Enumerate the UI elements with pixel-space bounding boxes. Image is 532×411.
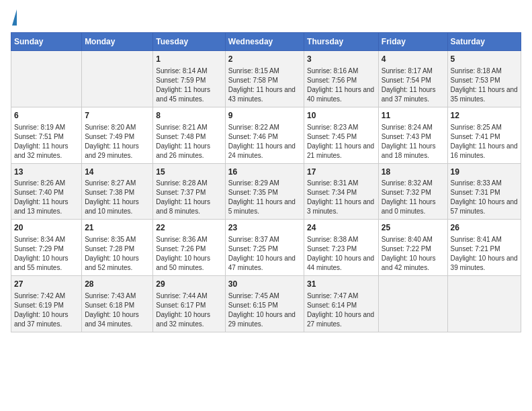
day-info: Sunrise: 8:14 AM Sunset: 7:59 PM Dayligh… [156, 66, 222, 104]
calendar-cell: 28Sunrise: 7:43 AM Sunset: 6:18 PM Dayli… [82, 276, 153, 332]
day-info: Sunrise: 8:22 AM Sunset: 7:46 PM Dayligh… [228, 123, 301, 161]
day-number: 31 [307, 279, 375, 290]
header-cell-saturday: Saturday [447, 33, 521, 51]
header-cell-monday: Monday [82, 33, 153, 51]
header-cell-tuesday: Tuesday [153, 33, 225, 51]
calendar-cell [447, 276, 521, 332]
calendar-week-row: 13Sunrise: 8:26 AM Sunset: 7:40 PM Dayli… [11, 163, 521, 220]
calendar-cell: 6Sunrise: 8:19 AM Sunset: 7:51 PM Daylig… [11, 107, 82, 163]
day-number: 24 [307, 222, 375, 234]
day-info: Sunrise: 8:21 AM Sunset: 7:48 PM Dayligh… [156, 123, 222, 161]
calendar-cell: 23Sunrise: 8:37 AM Sunset: 7:25 PM Dayli… [225, 220, 304, 276]
day-info: Sunrise: 8:24 AM Sunset: 7:43 PM Dayligh… [382, 123, 445, 161]
day-number: 20 [14, 222, 79, 234]
day-info: Sunrise: 8:38 AM Sunset: 7:23 PM Dayligh… [307, 235, 375, 273]
day-number: 2 [228, 54, 301, 65]
day-number: 17 [307, 167, 375, 178]
day-number: 23 [228, 222, 301, 234]
day-number: 8 [156, 110, 222, 122]
day-number: 18 [382, 167, 445, 178]
day-info: Sunrise: 8:15 AM Sunset: 7:58 PM Dayligh… [228, 66, 301, 104]
day-info: Sunrise: 8:35 AM Sunset: 7:28 PM Dayligh… [85, 235, 150, 273]
day-info: Sunrise: 8:27 AM Sunset: 7:38 PM Dayligh… [85, 179, 150, 216]
day-info: Sunrise: 8:32 AM Sunset: 7:32 PM Dayligh… [382, 179, 445, 216]
day-info: Sunrise: 8:29 AM Sunset: 7:35 PM Dayligh… [228, 179, 301, 216]
day-number: 1 [156, 54, 222, 65]
day-number: 21 [85, 222, 150, 234]
logo [11, 11, 17, 26]
calendar-cell: 15Sunrise: 8:28 AM Sunset: 7:37 PM Dayli… [153, 163, 225, 220]
day-number: 19 [451, 167, 518, 178]
calendar-week-row: 1Sunrise: 8:14 AM Sunset: 7:59 PM Daylig… [11, 51, 521, 107]
calendar-cell: 29Sunrise: 7:44 AM Sunset: 6:17 PM Dayli… [153, 276, 225, 332]
day-info: Sunrise: 8:41 AM Sunset: 7:21 PM Dayligh… [451, 235, 518, 273]
day-info: Sunrise: 7:42 AM Sunset: 6:19 PM Dayligh… [14, 291, 79, 329]
calendar-cell: 3Sunrise: 8:16 AM Sunset: 7:56 PM Daylig… [304, 51, 379, 107]
calendar-cell [82, 51, 153, 107]
day-info: Sunrise: 8:16 AM Sunset: 7:56 PM Dayligh… [307, 66, 375, 104]
day-info: Sunrise: 8:34 AM Sunset: 7:29 PM Dayligh… [14, 235, 79, 273]
calendar-week-row: 6Sunrise: 8:19 AM Sunset: 7:51 PM Daylig… [11, 107, 521, 163]
calendar-cell: 26Sunrise: 8:41 AM Sunset: 7:21 PM Dayli… [447, 220, 521, 276]
day-number: 9 [228, 110, 301, 122]
day-number: 22 [156, 222, 222, 234]
day-number: 27 [14, 279, 79, 290]
day-info: Sunrise: 8:37 AM Sunset: 7:25 PM Dayligh… [228, 235, 301, 273]
day-info: Sunrise: 8:25 AM Sunset: 7:41 PM Dayligh… [451, 123, 518, 161]
day-number: 10 [307, 110, 375, 122]
calendar-body: 1Sunrise: 8:14 AM Sunset: 7:59 PM Daylig… [11, 51, 521, 332]
day-info: Sunrise: 8:28 AM Sunset: 7:37 PM Dayligh… [156, 179, 222, 216]
day-info: Sunrise: 8:26 AM Sunset: 7:40 PM Dayligh… [14, 179, 79, 216]
calendar-cell: 13Sunrise: 8:26 AM Sunset: 7:40 PM Dayli… [11, 163, 82, 220]
day-number: 3 [307, 54, 375, 65]
day-info: Sunrise: 8:33 AM Sunset: 7:31 PM Dayligh… [451, 179, 518, 216]
day-number: 16 [228, 167, 301, 178]
page-header [11, 11, 521, 26]
calendar-cell: 9Sunrise: 8:22 AM Sunset: 7:46 PM Daylig… [225, 107, 304, 163]
calendar-cell: 1Sunrise: 8:14 AM Sunset: 7:59 PM Daylig… [153, 51, 225, 107]
day-number: 29 [156, 279, 222, 290]
calendar-cell: 10Sunrise: 8:23 AM Sunset: 7:45 PM Dayli… [304, 107, 379, 163]
calendar-cell: 24Sunrise: 8:38 AM Sunset: 7:23 PM Dayli… [304, 220, 379, 276]
calendar-cell: 5Sunrise: 8:18 AM Sunset: 7:53 PM Daylig… [447, 51, 521, 107]
calendar-week-row: 20Sunrise: 8:34 AM Sunset: 7:29 PM Dayli… [11, 220, 521, 276]
header-cell-friday: Friday [378, 33, 447, 51]
day-number: 12 [451, 110, 518, 122]
day-info: Sunrise: 8:19 AM Sunset: 7:51 PM Dayligh… [14, 123, 79, 161]
day-number: 13 [14, 167, 79, 178]
day-info: Sunrise: 8:18 AM Sunset: 7:53 PM Dayligh… [451, 66, 518, 104]
day-number: 30 [228, 279, 301, 290]
day-info: Sunrise: 8:40 AM Sunset: 7:22 PM Dayligh… [382, 235, 445, 273]
calendar-table: SundayMondayTuesdayWednesdayThursdayFrid… [11, 32, 521, 332]
calendar-cell: 12Sunrise: 8:25 AM Sunset: 7:41 PM Dayli… [447, 107, 521, 163]
calendar-cell: 16Sunrise: 8:29 AM Sunset: 7:35 PM Dayli… [225, 163, 304, 220]
calendar-cell: 21Sunrise: 8:35 AM Sunset: 7:28 PM Dayli… [82, 220, 153, 276]
day-number: 15 [156, 167, 222, 178]
day-info: Sunrise: 7:45 AM Sunset: 6:15 PM Dayligh… [228, 291, 301, 329]
day-number: 26 [451, 222, 518, 234]
calendar-cell: 14Sunrise: 8:27 AM Sunset: 7:38 PM Dayli… [82, 163, 153, 220]
calendar-week-row: 27Sunrise: 7:42 AM Sunset: 6:19 PM Dayli… [11, 276, 521, 332]
calendar-cell: 30Sunrise: 7:45 AM Sunset: 6:15 PM Dayli… [225, 276, 304, 332]
day-number: 25 [382, 222, 445, 234]
calendar-cell: 20Sunrise: 8:34 AM Sunset: 7:29 PM Dayli… [11, 220, 82, 276]
calendar-header: SundayMondayTuesdayWednesdayThursdayFrid… [11, 33, 521, 51]
day-info: Sunrise: 7:47 AM Sunset: 6:14 PM Dayligh… [307, 291, 375, 329]
calendar-cell: 19Sunrise: 8:33 AM Sunset: 7:31 PM Dayli… [447, 163, 521, 220]
calendar-cell: 2Sunrise: 8:15 AM Sunset: 7:58 PM Daylig… [225, 51, 304, 107]
calendar-cell: 31Sunrise: 7:47 AM Sunset: 6:14 PM Dayli… [304, 276, 379, 332]
day-number: 6 [14, 110, 79, 122]
calendar-cell: 11Sunrise: 8:24 AM Sunset: 7:43 PM Dayli… [378, 107, 447, 163]
calendar-cell: 22Sunrise: 8:36 AM Sunset: 7:26 PM Dayli… [153, 220, 225, 276]
calendar-cell: 4Sunrise: 8:17 AM Sunset: 7:54 PM Daylig… [378, 51, 447, 107]
logo-triangle-icon [12, 9, 17, 26]
day-number: 11 [382, 110, 445, 122]
calendar-cell [11, 51, 82, 107]
day-number: 4 [382, 54, 445, 65]
header-cell-thursday: Thursday [304, 33, 379, 51]
day-info: Sunrise: 8:20 AM Sunset: 7:49 PM Dayligh… [85, 123, 150, 161]
calendar-cell: 27Sunrise: 7:42 AM Sunset: 6:19 PM Dayli… [11, 276, 82, 332]
calendar-cell: 7Sunrise: 8:20 AM Sunset: 7:49 PM Daylig… [82, 107, 153, 163]
day-number: 28 [85, 279, 150, 290]
day-info: Sunrise: 7:43 AM Sunset: 6:18 PM Dayligh… [85, 291, 150, 329]
